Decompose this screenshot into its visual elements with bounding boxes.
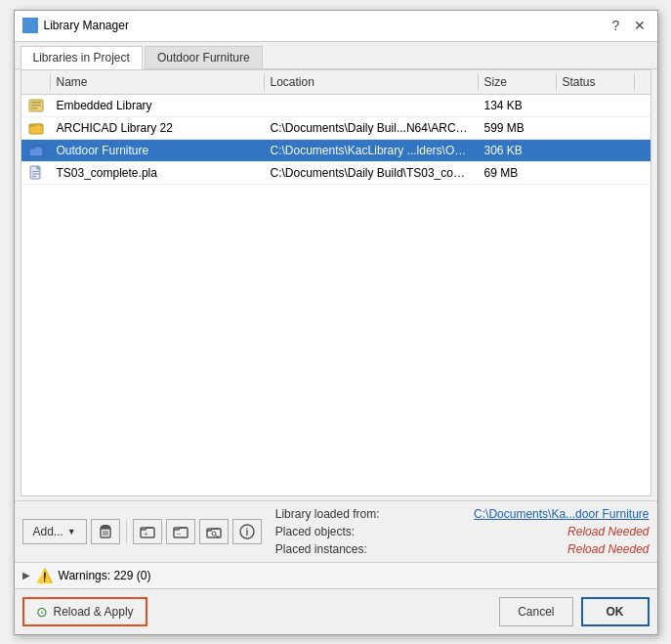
bottom-toolbar: Add... ▼ +: [15, 500, 657, 562]
add-library-button[interactable]: +: [133, 519, 162, 544]
row-icon: [21, 140, 51, 161]
reload-icon: ⊙: [36, 604, 48, 620]
title-bar: Library Manager ? ✕: [15, 11, 657, 42]
warnings-bar: ▶ ⚠️ Warnings: 229 (0): [15, 562, 657, 589]
library-loaded-from-row: Library loaded from: C:\Documents\Ka...d…: [275, 507, 650, 521]
tab-libraries-in-project[interactable]: Libraries in Project: [21, 46, 143, 69]
svg-text:+: +: [144, 530, 148, 538]
svg-rect-0: [24, 20, 29, 24]
row-name: ARCHICAD Library 22: [51, 119, 265, 137]
title-bar-left: Library Manager: [22, 18, 129, 33]
remove-library-button[interactable]: −: [166, 519, 195, 544]
row-status: [557, 171, 635, 175]
library-table-area: Name Location Size Status Embedded Libra…: [21, 69, 651, 496]
svg-rect-1: [31, 20, 36, 24]
window-icon: [22, 18, 38, 33]
info-panel: Library loaded from: C:\Documents\Ka...d…: [266, 507, 650, 556]
svg-rect-15: [32, 176, 36, 177]
table-row[interactable]: ARCHICAD Library 22 C:\Documents\Daily B…: [21, 117, 650, 140]
svg-rect-17: [103, 525, 108, 526]
placed-instances-row: Placed instances: Reload Needed: [275, 542, 650, 556]
col-scroll: [635, 73, 650, 91]
row-size: 69 MB: [479, 164, 557, 182]
svg-rect-6: [31, 105, 41, 107]
warnings-expand-arrow[interactable]: ▶: [22, 570, 30, 580]
svg-point-28: [212, 532, 216, 536]
cancel-button[interactable]: Cancel: [499, 597, 572, 626]
ok-button[interactable]: OK: [581, 597, 650, 626]
reload-apply-button[interactable]: ⊙ Reload & Apply: [22, 597, 147, 626]
col-status: Status: [557, 73, 635, 91]
browse-button[interactable]: [199, 519, 229, 544]
svg-rect-7: [31, 107, 37, 109]
title-bar-controls: ? ✕: [607, 16, 650, 35]
row-status: [557, 126, 635, 130]
delete-from-list-button[interactable]: [91, 519, 120, 544]
col-icon: [21, 73, 51, 91]
row-scroll: [635, 171, 650, 175]
svg-rect-2: [24, 26, 29, 31]
warnings-text: Warnings: 229 (0): [59, 569, 151, 582]
row-scroll: [635, 126, 650, 130]
row-icon: [21, 162, 51, 184]
row-location: C:\Documents\KacLibrary ...lders\Outdoor…: [265, 142, 479, 159]
row-location: C:\Documents\Daily Buil...N64\ARCHICAD L…: [265, 119, 479, 137]
row-icon: [21, 117, 51, 139]
row-size: 134 KB: [479, 97, 557, 114]
table-header: Name Location Size Status: [21, 70, 650, 95]
table-body[interactable]: Embedded Library 134 KB ARCHICAD Library…: [21, 95, 650, 495]
row-scroll: [635, 149, 650, 152]
svg-rect-16: [101, 526, 110, 528]
add-button[interactable]: Add... ▼: [22, 519, 87, 544]
footer-right: Cancel OK: [155, 597, 650, 626]
row-size: 306 KB: [479, 142, 557, 159]
svg-rect-14: [32, 173, 39, 174]
warning-icon: ⚠️: [36, 568, 53, 583]
separator: [126, 520, 127, 543]
info-button[interactable]: i: [232, 519, 262, 544]
table-row[interactable]: Embedded Library 134 KB: [21, 95, 650, 117]
row-location: [265, 104, 479, 107]
window-title: Library Manager: [44, 19, 129, 32]
table-row[interactable]: TS03_complete.pla C:\Documents\Daily Bui…: [21, 162, 650, 185]
help-button[interactable]: ?: [607, 16, 626, 35]
row-icon: [21, 95, 51, 116]
close-button[interactable]: ✕: [630, 16, 650, 35]
empty-space: [21, 185, 650, 429]
tabs-bar: Libraries in Project Outdoor Furniture: [15, 42, 657, 69]
row-scroll: [635, 104, 650, 107]
row-name: Embedded Library: [51, 97, 265, 114]
library-manager-window: Library Manager ? ✕ Libraries in Project…: [14, 10, 658, 635]
placed-objects-row: Placed objects: Reload Needed: [275, 525, 650, 538]
svg-rect-13: [32, 171, 39, 172]
tab-outdoor-furniture[interactable]: Outdoor Furniture: [145, 46, 263, 68]
svg-text:−: −: [177, 530, 182, 538]
col-name: Name: [51, 73, 265, 91]
row-status: [557, 104, 635, 107]
footer: ⊙ Reload & Apply Cancel OK: [15, 589, 657, 634]
svg-rect-11: [30, 148, 42, 149]
svg-text:i: i: [245, 527, 248, 537]
row-location: C:\Documents\Daily Build\TS03_complete.p…: [265, 164, 479, 182]
svg-rect-9: [30, 125, 42, 126]
col-location: Location: [265, 73, 479, 91]
row-size: 599 MB: [479, 119, 557, 137]
svg-rect-5: [31, 102, 41, 104]
row-name: TS03_complete.pla: [51, 164, 265, 182]
svg-rect-3: [31, 26, 36, 31]
table-row[interactable]: Outdoor Furniture C:\Documents\KacLibrar…: [21, 140, 650, 162]
row-status: [557, 149, 635, 152]
col-size: Size: [479, 73, 557, 91]
row-name: Outdoor Furniture: [51, 142, 265, 159]
